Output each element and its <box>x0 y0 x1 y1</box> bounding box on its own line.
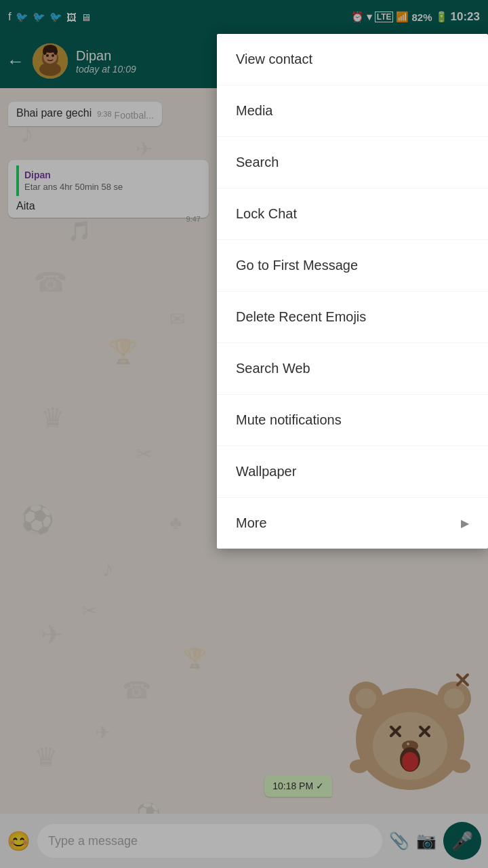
menu-item-more[interactable]: More ▶ <box>217 498 488 549</box>
menu-item-first-message[interactable]: Go to First Message <box>217 240 488 292</box>
menu-item-label-mute: Mute notifications <box>236 412 342 428</box>
menu-item-label-view-contact: View contact <box>236 52 312 67</box>
menu-item-label-delete-emojis: Delete Recent Emojis <box>236 309 366 325</box>
menu-item-label-wallpaper: Wallpaper <box>236 464 296 479</box>
menu-item-label-first-message: Go to First Message <box>236 258 358 273</box>
menu-item-search[interactable]: Search <box>217 137 488 189</box>
chevron-right-icon: ▶ <box>461 517 469 530</box>
menu-item-wallpaper[interactable]: Wallpaper <box>217 446 488 498</box>
menu-item-lock-chat[interactable]: Lock Chat <box>217 189 488 240</box>
menu-item-media[interactable]: Media <box>217 85 488 137</box>
menu-item-label-search: Search <box>236 155 279 170</box>
menu-item-mute[interactable]: Mute notifications <box>217 395 488 446</box>
menu-item-view-contact[interactable]: View contact <box>217 34 488 85</box>
menu-item-label-media: Media <box>236 103 272 119</box>
menu-item-search-web[interactable]: Search Web <box>217 343 488 395</box>
menu-item-delete-emojis[interactable]: Delete Recent Emojis <box>217 292 488 343</box>
menu-item-label-more: More <box>236 515 267 531</box>
context-menu: View contact Media Search Lock Chat Go t… <box>217 34 488 549</box>
menu-item-label-lock-chat: Lock Chat <box>236 206 297 222</box>
menu-item-label-search-web: Search Web <box>236 361 310 376</box>
